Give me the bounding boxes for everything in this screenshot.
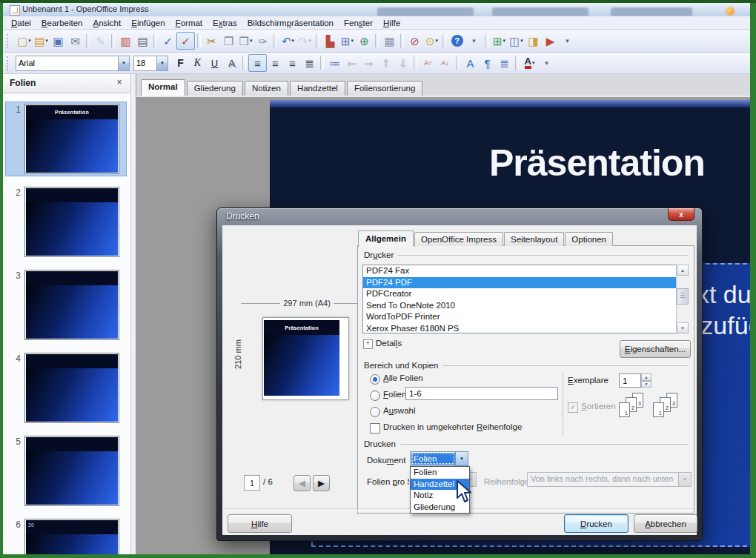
- increase-font-icon[interactable]: A↑ ▾: [420, 55, 437, 71]
- chevron-down-icon[interactable]: ▾: [156, 56, 168, 70]
- view-tab[interactable]: Notizen: [245, 81, 288, 96]
- spellcheck-icon[interactable]: ✓ ▾: [159, 33, 176, 49]
- start-presentation-icon[interactable]: ▶ ▾: [542, 33, 559, 49]
- menu-item[interactable]: Hilfe: [378, 16, 405, 30]
- toolbar-icon[interactable]: ▾: [515, 56, 519, 70]
- export-pdf-icon[interactable]: ▥ ▾: [117, 33, 134, 49]
- font-color-icon[interactable]: A ▾: [521, 55, 538, 71]
- new-slide-icon[interactable]: ⊞ ▾: [491, 33, 508, 49]
- printer-list-item[interactable]: Send To OneNote 2010: [363, 300, 688, 312]
- font-shadow-icon[interactable]: A ▾: [223, 55, 240, 71]
- printer-list-item[interactable]: WordToPDF Printer: [363, 311, 688, 323]
- move-down-icon[interactable]: ⇓ ▾: [394, 55, 411, 71]
- slide-title[interactable]: Präsentation: [489, 142, 705, 185]
- chart-icon[interactable]: ▙ ▾: [322, 33, 339, 49]
- auto-spellcheck-icon[interactable]: ✓ ▾: [176, 32, 195, 50]
- move-up-icon[interactable]: ⇑ ▾: [377, 55, 394, 71]
- dropdown-option[interactable]: Folien: [411, 467, 469, 479]
- toolbar-icon[interactable]: ▾: [273, 33, 277, 48]
- navigator-icon[interactable]: ⊘ ▾: [406, 33, 423, 49]
- zoom-icon[interactable]: ⊙ ▾: [423, 33, 440, 49]
- toolbar-icon[interactable]: ▾: [400, 33, 404, 48]
- scroll-up-icon[interactable]: ▲: [677, 265, 689, 276]
- all-slides-label[interactable]: Alle Folien: [383, 373, 423, 382]
- toolbar-grip[interactable]: [7, 34, 12, 48]
- menu-item[interactable]: Extras: [208, 16, 242, 30]
- toolbar-icon[interactable]: ▾: [442, 33, 446, 48]
- menu-item[interactable]: Ansicht: [88, 16, 127, 30]
- slide-thumbnail[interactable]: 2: [6, 185, 126, 259]
- slide-thumbnail[interactable]: 1 Präsentation: [6, 102, 126, 176]
- toolbar-icon[interactable]: ▾: [375, 33, 379, 48]
- align-center-icon[interactable]: ≡ ▾: [267, 55, 284, 71]
- toolbar-icon[interactable]: ▾: [153, 33, 157, 48]
- chevron-down-icon[interactable]: ▾: [455, 452, 468, 465]
- paragraph-dialog-icon[interactable]: ¶ ▾: [479, 55, 496, 71]
- printer-list-scrollbar[interactable]: ▲ ▼: [676, 265, 689, 333]
- details-label[interactable]: Details: [376, 339, 402, 348]
- character-dialog-icon[interactable]: A ▾: [462, 55, 479, 71]
- table-icon[interactable]: ⊞ ▾: [339, 33, 356, 49]
- slides-range-radio[interactable]: [370, 391, 380, 401]
- toolbar-icon[interactable]: ▾: [111, 33, 115, 48]
- preview-forward-button[interactable]: ▶: [313, 475, 330, 491]
- toolbar-more-icon[interactable]: ▾ ▾: [559, 33, 576, 49]
- dialog-tab[interactable]: Seitenlayout: [504, 232, 564, 246]
- details-expander-icon[interactable]: +: [363, 339, 373, 349]
- view-tab[interactable]: Handzettel: [290, 81, 345, 96]
- toolbar-icon[interactable]: ▾: [242, 56, 246, 70]
- toolbar-icon[interactable]: ▾: [456, 56, 460, 70]
- panel-splitter[interactable]: [130, 74, 136, 554]
- font-name-input[interactable]: [16, 56, 118, 70]
- view-tab[interactable]: Normal: [141, 79, 185, 96]
- slide-layout-icon[interactable]: ◫ ▾: [508, 33, 525, 49]
- bullets-numbering-icon[interactable]: ≣ ▾: [496, 55, 513, 71]
- toolbar-icon[interactable]: ▾: [86, 33, 90, 48]
- menu-item[interactable]: Bearbeiten: [36, 16, 88, 30]
- collate-checkbox[interactable]: ✓: [568, 402, 578, 413]
- bullets-icon[interactable]: ≔ ▾: [326, 55, 343, 71]
- font-name-combo[interactable]: ▾: [16, 56, 130, 71]
- align-justify-icon[interactable]: ≣ ▾: [301, 55, 318, 71]
- cut-icon[interactable]: ✂ ▾: [203, 33, 220, 49]
- menu-item[interactable]: Einfügen: [126, 16, 170, 30]
- slide-thumbnail[interactable]: 5: [6, 434, 126, 508]
- view-tab[interactable]: Foliensortierung: [347, 81, 422, 96]
- dialog-tab[interactable]: OpenOffice Impress: [414, 232, 503, 246]
- save-icon[interactable]: ▣ ▾: [50, 33, 67, 49]
- all-slides-radio[interactable]: [370, 374, 380, 385]
- demote-icon[interactable]: ⇐ ▾: [343, 55, 360, 71]
- toolbar-more-icon[interactable]: ▾ ▾: [538, 55, 555, 71]
- close-icon[interactable]: x: [668, 208, 694, 221]
- promote-icon[interactable]: ⇒ ▾: [360, 55, 377, 71]
- new-document-icon[interactable]: ▢ ▾: [16, 33, 33, 49]
- toolbar-icon[interactable]: ▾: [414, 56, 417, 70]
- slide-thumbnail[interactable]: 4: [6, 351, 126, 425]
- slide-design-icon[interactable]: ◨ ▾: [525, 33, 542, 49]
- decrease-font-icon[interactable]: A↓ ▾: [437, 55, 454, 71]
- copies-input[interactable]: [619, 373, 641, 388]
- preview-back-button[interactable]: ◀: [294, 475, 311, 491]
- grid-icon[interactable]: ▦ ▾: [381, 33, 398, 49]
- help-icon[interactable]: ? ▾: [448, 33, 465, 49]
- help-button[interactable]: Hilfe: [228, 514, 292, 533]
- properties-button[interactable]: Eigenschaften...: [620, 340, 691, 358]
- scrollbar-thumb[interactable]: [677, 288, 689, 305]
- menu-item[interactable]: Bildschirmpräsentation: [242, 16, 339, 30]
- close-icon[interactable]: ×: [114, 77, 125, 87]
- underline-icon[interactable]: U ▾: [206, 55, 223, 71]
- chevron-down-icon[interactable]: ▾: [118, 56, 129, 70]
- redo-icon[interactable]: ↷ ▾: [296, 33, 314, 49]
- printer-list[interactable]: PDF24 Fax PDF24 PDF PDFCreator Send To O…: [362, 265, 689, 333]
- slide-thumbnail[interactable]: 6 20: [6, 517, 126, 558]
- font-size-input[interactable]: [134, 56, 156, 70]
- scroll-down-icon[interactable]: ▼: [677, 322, 689, 333]
- print-icon[interactable]: ▤ ▾: [134, 33, 151, 49]
- menu-item[interactable]: Datei: [6, 16, 36, 30]
- print-button[interactable]: Drucken: [564, 514, 629, 533]
- format-paintbrush-icon[interactable]: ✑ ▾: [254, 33, 271, 49]
- edit-file-icon[interactable]: ✎ ▾: [92, 33, 109, 49]
- undo-icon[interactable]: ↶ ▾: [279, 33, 296, 49]
- paste-icon[interactable]: ❒ ▾: [237, 33, 254, 49]
- hyperlink-icon[interactable]: ⊕ ▾: [356, 33, 373, 49]
